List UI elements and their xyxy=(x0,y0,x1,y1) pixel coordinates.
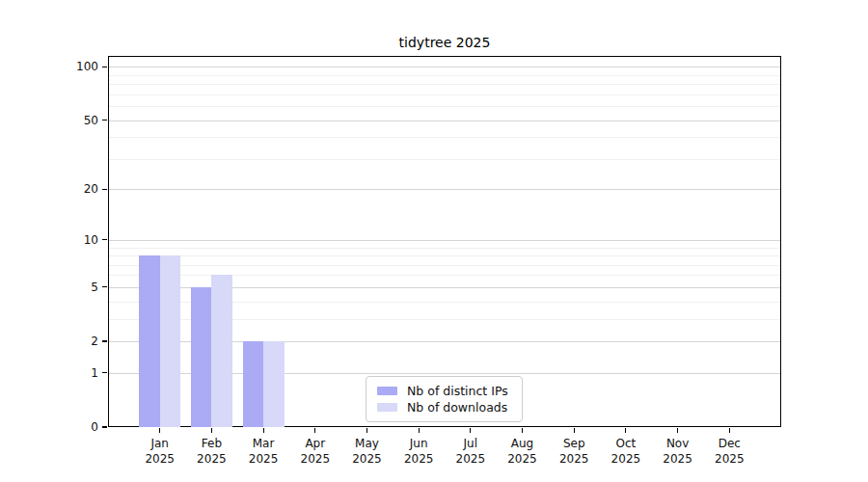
y-tick-mark xyxy=(102,120,107,120)
x-tick-label-dec: Dec 2025 xyxy=(698,437,760,467)
x-tick-mark xyxy=(729,428,730,433)
gridline-minor xyxy=(109,255,780,256)
x-tick-mark xyxy=(677,428,678,433)
bar-nb-of-distinct-ips-jan xyxy=(139,255,160,427)
gridline-minor xyxy=(109,248,780,249)
x-tick-mark xyxy=(211,428,212,433)
y-tick-label: 5 xyxy=(50,280,98,295)
bar-nb-of-distinct-ips-feb xyxy=(191,287,212,427)
chart-title: tidytree 2025 xyxy=(108,35,781,50)
gridline-major xyxy=(109,240,780,241)
y-tick-label: 100 xyxy=(50,59,98,74)
gridline-minor xyxy=(109,94,780,95)
y-tick-mark xyxy=(102,286,107,287)
gridline-minor xyxy=(109,275,780,276)
x-tick-mark xyxy=(314,428,315,433)
x-tick-mark xyxy=(366,428,367,433)
y-tick-mark xyxy=(102,189,107,190)
legend-entry-downloads: Nb of downloads xyxy=(377,400,512,415)
bar-nb-of-downloads-feb xyxy=(211,275,232,427)
legend-swatch-distinct-ips xyxy=(377,387,397,395)
legend-label-distinct-ips: Nb of distinct IPs xyxy=(407,384,508,398)
x-tick-mark xyxy=(470,428,471,433)
y-tick-label: 10 xyxy=(50,232,98,248)
bar-nb-of-distinct-ips-mar xyxy=(243,341,264,427)
gridline-minor xyxy=(109,265,780,266)
gridline-major xyxy=(109,189,780,190)
gridline-minor xyxy=(109,75,780,76)
gridline-minor xyxy=(109,159,780,160)
gridline-minor xyxy=(109,84,780,85)
gridline-minor xyxy=(109,137,780,138)
bar-nb-of-downloads-mar xyxy=(263,341,285,427)
bar-nb-of-downloads-jan xyxy=(160,255,181,427)
y-tick-mark xyxy=(102,67,107,67)
y-tick-mark xyxy=(102,340,107,341)
gridline-major xyxy=(109,120,780,121)
y-tick-label: 20 xyxy=(50,181,98,197)
y-tick-mark xyxy=(102,372,107,373)
x-tick-mark xyxy=(159,428,160,433)
legend-swatch-downloads xyxy=(377,403,397,412)
y-tick-label: 50 xyxy=(50,113,98,128)
y-tick-label: 1 xyxy=(50,365,98,381)
figure: tidytree 2025 Nb of distinct IPs Nb of d… xyxy=(0,0,868,482)
legend: Nb of distinct IPs Nb of downloads xyxy=(366,376,523,422)
y-tick-mark xyxy=(102,426,107,427)
y-tick-mark xyxy=(102,239,107,240)
legend-label-downloads: Nb of downloads xyxy=(407,400,507,415)
x-tick-mark xyxy=(263,428,264,433)
x-tick-mark xyxy=(419,428,420,433)
x-tick-mark xyxy=(574,428,575,433)
x-tick-mark xyxy=(522,428,523,433)
y-tick-label: 0 xyxy=(50,419,98,435)
x-tick-mark xyxy=(625,428,626,433)
gridline-minor xyxy=(109,106,780,107)
y-tick-label: 2 xyxy=(50,334,98,349)
gridline-major xyxy=(109,67,780,67)
legend-entry-distinct-ips: Nb of distinct IPs xyxy=(377,384,512,398)
